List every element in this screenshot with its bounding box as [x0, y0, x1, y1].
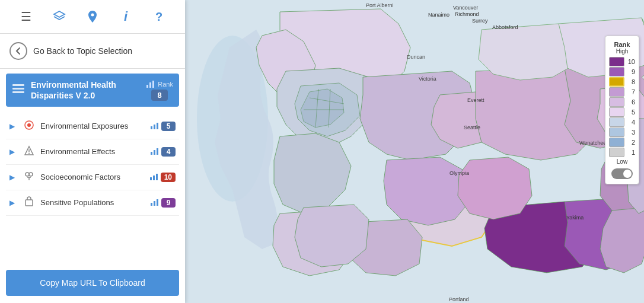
- legend-low-label: Low: [609, 158, 635, 165]
- location-icon[interactable]: [82, 6, 103, 27]
- legend-swatch-9: [609, 67, 624, 76]
- legend-row-9: 9: [609, 67, 635, 76]
- legend-val-6: 6: [627, 98, 635, 106]
- svg-rect-28: [154, 201, 155, 206]
- legend-val-1: 1: [627, 149, 635, 156]
- legend-val-10: 10: [627, 58, 635, 65]
- exposures-rank-badge: 5: [161, 122, 176, 131]
- svg-rect-6: [149, 82, 151, 88]
- effects-rank-badge: 4: [161, 147, 176, 157]
- copy-url-button[interactable]: Copy Map URL To Clipboard: [6, 270, 179, 296]
- legend-row-3: 3: [609, 127, 635, 137]
- socioeconomic-rank-badge: 10: [161, 173, 176, 182]
- svg-point-9: [27, 123, 31, 127]
- svg-text:Victoria: Victoria: [419, 76, 436, 82]
- back-button[interactable]: Go Back to Topic Selection: [0, 34, 185, 69]
- legend-row-6: 6: [609, 97, 635, 107]
- svg-text:Vancouver: Vancouver: [453, 5, 478, 11]
- main-topic-item[interactable]: Environmental Health Disparities V 2.0 R…: [6, 74, 179, 107]
- rank-legend: Rank High 10 9 8 7 6 5 4: [605, 36, 639, 184]
- sub-item-environmental-effects[interactable]: ▶ Environmental Effects 4: [6, 139, 179, 165]
- populations-icon: [23, 196, 36, 209]
- svg-text:Everett: Everett: [467, 97, 484, 103]
- exposures-rank: 5: [151, 122, 176, 131]
- legend-row-5: 5: [609, 107, 635, 117]
- svg-text:Surrey: Surrey: [472, 18, 488, 24]
- effects-label: Environmental Effects: [40, 147, 146, 157]
- legend-row-1: 1: [609, 148, 635, 157]
- svg-marker-0: [54, 11, 65, 17]
- map-svg[interactable]: Port Alberni Nanaimo Vancouver Richmond …: [185, 0, 644, 303]
- svg-rect-27: [151, 203, 152, 206]
- legend-swatch-1: [609, 148, 624, 157]
- svg-rect-23: [150, 177, 152, 180]
- legend-row-2: 2: [609, 138, 635, 147]
- legend-swatch-6: [609, 97, 624, 107]
- svg-rect-3: [12, 88, 24, 90]
- info-icon[interactable]: i: [115, 6, 136, 27]
- toggle-track[interactable]: [611, 168, 633, 179]
- populations-chart-icon: [151, 199, 159, 206]
- legend-swatch-5: [609, 107, 624, 117]
- legend-title: Rank: [609, 41, 635, 48]
- sub-items-list: ▶ Environmental Exposures 5 ▶: [0, 111, 185, 264]
- svg-text:Duncan: Duncan: [407, 54, 425, 60]
- svg-rect-2: [12, 84, 24, 86]
- svg-text:Seattle: Seattle: [464, 125, 480, 130]
- svg-point-15: [28, 153, 30, 154]
- svg-text:Portland: Portland: [449, 296, 469, 302]
- socioeconomic-rank: 10: [150, 173, 176, 182]
- legend-row-4: 4: [609, 117, 635, 127]
- expand-arrow-icon: ▶: [9, 122, 18, 130]
- legend-row-8: 8: [609, 77, 635, 87]
- svg-rect-17: [154, 150, 155, 155]
- svg-rect-16: [151, 152, 152, 155]
- back-button-label: Go Back to Topic Selection: [33, 46, 132, 56]
- expand-arrow-icon: ▶: [9, 148, 18, 156]
- svg-text:Abbotsford: Abbotsford: [492, 24, 518, 30]
- effects-rank: 4: [151, 147, 176, 157]
- legend-toggle[interactable]: [609, 168, 635, 179]
- populations-label: Sensitive Populations: [40, 198, 146, 208]
- exposures-chart-icon: [151, 123, 159, 130]
- layers-icon[interactable]: [49, 6, 70, 27]
- help-icon[interactable]: ?: [148, 6, 170, 27]
- sub-item-environmental-exposures[interactable]: ▶ Environmental Exposures 5: [6, 114, 179, 139]
- sub-item-sensitive-populations[interactable]: ▶ Sensitive Populations 9: [6, 190, 179, 216]
- svg-rect-10: [151, 126, 152, 129]
- svg-text:Nanaimo: Nanaimo: [428, 12, 449, 18]
- main-topic-icon: [12, 84, 25, 97]
- svg-rect-5: [146, 85, 148, 88]
- svg-rect-25: [156, 174, 158, 180]
- svg-rect-24: [153, 176, 155, 180]
- toggle-thumb: [623, 170, 632, 178]
- list-icon[interactable]: ☰: [15, 6, 37, 27]
- rank-chart-icon: [146, 80, 155, 88]
- svg-point-20: [29, 173, 33, 176]
- main-topic-rank-badge: 8: [151, 90, 168, 101]
- exposures-icon: [23, 120, 36, 133]
- legend-val-9: 9: [627, 68, 635, 75]
- legend-val-4: 4: [627, 119, 635, 126]
- populations-rank: 9: [151, 198, 176, 208]
- effects-chart-icon: [151, 148, 159, 155]
- populations-rank-badge: 9: [161, 198, 176, 208]
- svg-text:Olympia: Olympia: [449, 170, 469, 176]
- exposures-label: Environmental Exposures: [40, 122, 146, 132]
- legend-swatch-10: [609, 57, 624, 66]
- svg-text:Port Alberni: Port Alberni: [366, 2, 394, 8]
- effects-icon: [23, 145, 36, 158]
- svg-text:Wenatchee: Wenatchee: [579, 140, 606, 146]
- legend-high-label: High: [609, 48, 635, 55]
- legend-row-10: 10: [609, 57, 635, 66]
- svg-rect-26: [25, 200, 33, 206]
- svg-rect-4: [12, 91, 24, 93]
- socioeconomic-icon: [23, 171, 36, 184]
- back-circle-icon: [9, 42, 27, 60]
- legend-val-2: 2: [627, 139, 635, 146]
- svg-text:Richmond: Richmond: [455, 11, 479, 17]
- legend-swatch-4: [609, 117, 624, 127]
- svg-rect-12: [157, 123, 158, 129]
- socioeconomic-chart-icon: [150, 174, 158, 181]
- sub-item-socioeconomic-factors[interactable]: ▶ Socioeconomic Factors 10: [6, 165, 179, 190]
